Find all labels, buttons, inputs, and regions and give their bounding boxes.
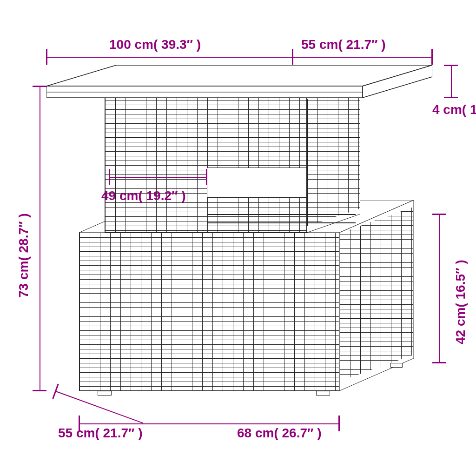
foot (316, 391, 330, 396)
dim-line-top-width (46, 57, 293, 58)
dim-line-base-w (79, 423, 339, 424)
dim-base-h: 42 cm( 16.5″ ) (453, 260, 468, 344)
dim-line-base-d (56, 391, 144, 423)
dim-line-total-h (40, 86, 40, 391)
dim-total-h: 73 cm( 28.7″ ) (16, 213, 31, 298)
dim-top-width: 100 cm( 39.3″ ) (109, 37, 201, 52)
dim-top-depth: 55 cm( 21.7″ ) (301, 37, 386, 52)
foot (98, 391, 112, 396)
pedestal-front (105, 95, 307, 233)
dimension-diagram: 100 cm( 39.3″ ) 55 cm( 21.7″ ) 4 cm( 1.6… (0, 0, 476, 476)
pedestal-right-texture (307, 82, 360, 226)
base-front (79, 233, 339, 391)
dim-line-top-depth (293, 57, 432, 58)
dim-line-shelf (109, 177, 207, 178)
dim-line-slab (451, 65, 452, 98)
foot (390, 363, 403, 368)
dim-base-d: 55 cm( 21.7″ ) (58, 426, 143, 441)
dim-line-base-h (439, 214, 440, 363)
dim-shelf: 49 cm( 19.2″ ) (101, 188, 186, 203)
pedestal-window (207, 168, 307, 198)
dim-base-w: 68 cm( 26.7″ ) (237, 426, 322, 441)
inner-rail (207, 214, 356, 223)
dim-slab: 4 cm( 1.6″ ) (432, 102, 476, 117)
base-right-texture (340, 207, 413, 381)
tabletop (46, 65, 432, 98)
